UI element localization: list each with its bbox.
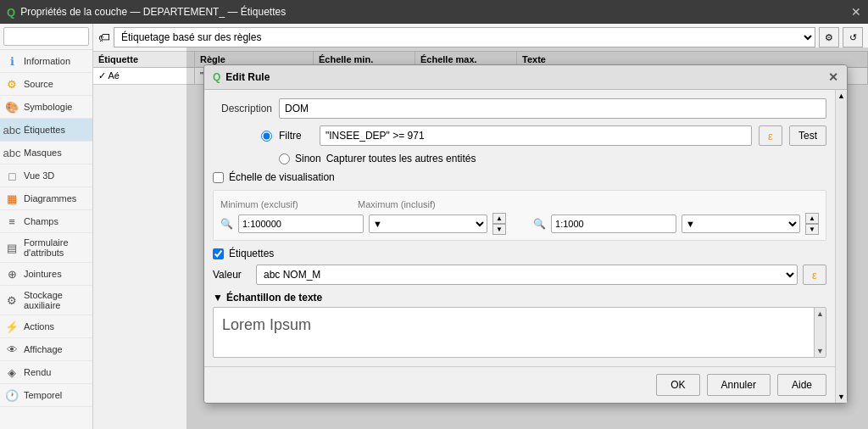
labeling-icon: 🏷 [98,31,110,44]
labeling-mode-dropdown[interactable]: Étiquetage basé sur des règles [114,27,815,47]
row-etiquette: ✓ Aé [93,68,195,84]
echantillon-section: ▼ Échantillon de texte Lorem Ipsum ▲ ▼ [213,292,826,358]
ok-button[interactable]: OK [656,374,699,396]
stockage-icon: ⚙ [5,293,19,307]
echantillon-scrollbar[interactable]: ▲ ▼ [814,308,826,357]
dialog-title-text: Edit Rule [225,71,270,83]
etiquettes-checkbox-row: Étiquettes [213,248,826,259]
masques-icon: abc [5,146,19,159]
sinon-value: Capturer toutes les autres entités [326,153,476,164]
etiquettes-icon: abc [5,123,19,136]
sidebar-item-stockage[interactable]: ⚙Stockage auxiliaire [0,286,92,315]
sidebar-item-masques[interactable]: abcMasques [0,142,92,164]
sidebar-item-source[interactable]: ⚙Source [0,73,92,96]
dialog-close-icon[interactable]: ✕ [828,70,838,84]
dialog-titlebar: Q Edit Rule ✕ [204,65,847,90]
edit-rule-dialog: Q Edit Rule ✕ Description [203,64,848,404]
topbar-settings-btn[interactable]: ⚙ [819,27,839,47]
scale-min-up-btn[interactable]: ▲ [492,213,506,224]
search-bar[interactable] [0,24,92,50]
dialog-overlay: Q Edit Rule ✕ Description [186,47,868,429]
information-icon: ℹ [5,54,19,68]
sidebar-label-jointures: Jointures [24,269,62,279]
valeur-expr-button[interactable]: ε [803,265,826,285]
scale-section: Minimum (exclusif) Maximum (inclusif) 🔍 … [213,190,826,241]
sidebar-item-formulaire[interactable]: ▤Formulaire d'attributs [0,233,92,263]
actions-icon: ⚡ [5,320,19,333]
echantillon-text: Lorem Ipsum [222,316,311,333]
sidebar-item-temporel[interactable]: 🕐Temporel [0,384,92,407]
scroll-up-arrow[interactable]: ▲ [815,308,826,320]
source-icon: ⚙ [5,77,19,91]
description-input[interactable] [279,98,826,119]
close-icon[interactable]: ✕ [851,5,861,19]
scale-max-icon: 🔍 [533,218,546,230]
filter-expr-button[interactable]: ε [759,125,782,146]
annuler-button[interactable]: Annuler [707,374,771,396]
scale-checkbox-label: Échelle de visualisation [229,171,335,183]
rendu-icon: ◈ [5,365,19,379]
sidebar-item-symbologie[interactable]: 🎨Symbologie [0,96,92,119]
sidebar-label-diagrammes: Diagrammes [24,193,76,203]
sidebar-label-stockage: Stockage auxiliaire [24,290,87,310]
echantillon-collapse-icon: ▼ [213,292,223,304]
sidebar-item-rendu[interactable]: ◈Rendu [0,361,92,384]
sinon-row: Sinon Capturer toutes les autres entités [279,153,826,164]
sinon-label: Sinon [295,153,321,164]
filter-input[interactable] [320,125,752,146]
sidebar-item-diagrammes[interactable]: ▦Diagrammes [0,187,92,210]
sidebar-item-affichage[interactable]: 👁Affichage [0,338,92,361]
sinon-radio[interactable] [279,153,290,164]
scroll-down-arrow[interactable]: ▼ [815,345,826,357]
sidebar-item-champs[interactable]: ≡Champs [0,210,92,233]
sidebar-item-jointures[interactable]: ⊕Jointures [0,263,92,286]
scale-max-input[interactable] [551,214,676,233]
etiquettes-checkbox[interactable] [213,248,224,259]
echantillon-header[interactable]: ▼ Échantillon de texte [213,292,826,304]
scale-max-select[interactable]: ▼ [682,214,800,233]
echantillon-label: Échantillon de texte [226,292,322,304]
dialog-scroll-up[interactable]: ▲ [836,90,847,102]
topbar-refresh-btn[interactable]: ↺ [843,27,863,47]
filter-row: Filtre ε Test [213,125,826,146]
sidebar-item-vue3d[interactable]: ◻Vue 3D [0,164,92,187]
sidebar-label-source: Source [24,79,53,89]
sidebar-label-symbologie: Symbologie [24,102,72,112]
valeur-select[interactable]: abc NOM_M [256,265,798,285]
scale-min-select[interactable]: ▼ [369,214,487,233]
scale-min-down-btn[interactable]: ▼ [492,224,506,235]
vue3d-icon: ◻ [5,169,19,182]
sidebar-item-information[interactable]: ℹInformation [0,50,92,73]
search-input[interactable] [3,27,89,46]
scale-checkbox-row: Échelle de visualisation [213,171,826,183]
sidebar-label-rendu: Rendu [24,367,51,377]
window-title: Propriétés de la couche — DEPARTEMENT_ —… [20,6,286,18]
etiquettes-section: Étiquettes Valeur abc NOM_M ε [213,248,826,285]
scale-min-input[interactable] [238,214,364,233]
content-area: 🏷 Étiquetage basé sur des règles ⚙ ↺ Éti… [93,24,868,429]
champs-icon: ≡ [5,214,19,228]
scale-max-down-btn[interactable]: ▼ [805,224,819,235]
filter-radio[interactable] [261,131,272,142]
scale-max-up-btn[interactable]: ▲ [805,213,819,224]
sidebar-label-etiquettes: Étiquettes [24,125,65,135]
scale-min-icon: 🔍 [220,218,233,230]
sidebar-label-information: Information [24,56,70,66]
sidebar-label-masques: Masques [24,148,62,158]
aide-button[interactable]: Aide [777,374,826,396]
sidebar-label-temporel: Temporel [24,390,62,400]
sidebar-label-vue3d: Vue 3D [24,170,54,181]
dialog-scroll-down[interactable]: ▼ [836,391,847,403]
formulaire-icon: ▤ [5,241,19,254]
scale-checkbox[interactable] [213,172,224,183]
filter-test-button[interactable]: Test [789,125,826,146]
valeur-row: Valeur abc NOM_M ε [213,265,826,285]
scale-max-label: Maximum (inclusif) [358,199,442,209]
sidebar-item-etiquettes[interactable]: abcÉtiquettes [0,119,92,142]
dialog-scrollbar[interactable]: ▲ ▼ [835,90,847,403]
scale-min-label: Minimum (exclusif) [220,199,305,209]
sidebar-label-affichage: Affichage [24,344,63,354]
sidebar-label-formulaire: Formulaire d'attributs [24,237,87,258]
sidebar-item-actions[interactable]: ⚡Actions [0,315,92,338]
sidebar: ℹInformation⚙Source🎨SymbologieabcÉtiquet… [0,24,93,429]
